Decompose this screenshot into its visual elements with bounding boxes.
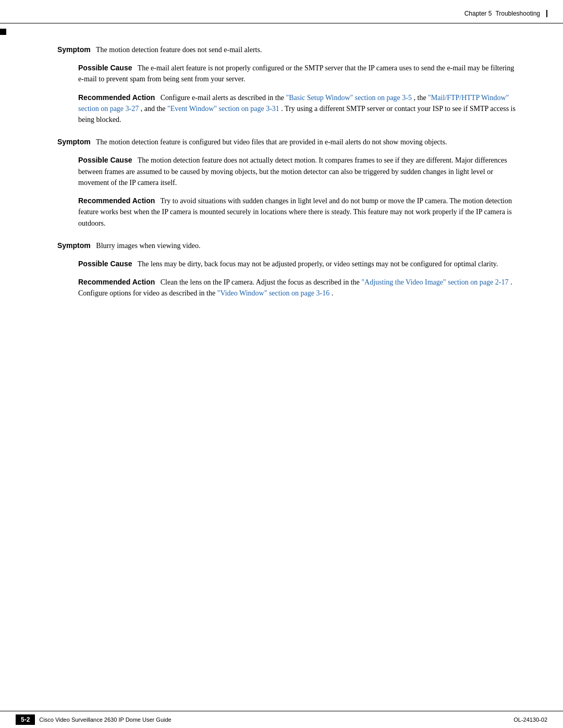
- symptom-block-3: Symptom Blurry images when viewing video…: [57, 240, 516, 299]
- possible-cause-label-1: Possible Cause: [78, 64, 132, 72]
- symptom-text-1: The motion detection feature does not se…: [92, 46, 262, 54]
- symptom-block-1: Symptom The motion detection feature doe…: [57, 44, 516, 125]
- recommended-action-block-3: Recommended Action Clean the lens on the…: [78, 277, 516, 299]
- page-header: Chapter 5 Troubleshooting: [0, 0, 563, 23]
- footer-doc-number: OL-24130-02: [513, 717, 547, 723]
- footer-left: 5-2 Cisco Video Surveillance 2630 IP Dom…: [16, 714, 172, 725]
- symptom-block-2: Symptom The motion detection feature is …: [57, 137, 516, 229]
- possible-cause-text-1: Possible Cause The e-mail alert feature …: [78, 63, 516, 85]
- recommended-action-between2: , and the: [141, 105, 167, 113]
- possible-cause-label-2: Possible Cause: [78, 156, 132, 164]
- symptom-line-1: Symptom The motion detection feature doe…: [57, 44, 516, 55]
- footer-page-number: 5-2: [16, 714, 35, 725]
- link-event-window[interactable]: "Event Window" section on page 3-31: [167, 105, 279, 113]
- possible-cause-block-3: Possible Cause The lens may be dirty, ba…: [78, 258, 516, 269]
- header-separator: [546, 10, 547, 17]
- recommended-action-before-link1: Configure e-mail alerts as described in …: [157, 94, 286, 102]
- symptom-text-2: The motion detection feature is configur…: [92, 138, 447, 146]
- symptom-label-1: Symptom: [57, 45, 91, 54]
- possible-cause-content-3: The lens may be dirty, back focus may no…: [134, 260, 498, 268]
- page-container: Chapter 5 Troubleshooting Symptom The mo…: [0, 0, 563, 728]
- recommended-action-after-links3: .: [332, 289, 334, 297]
- symptom-line-3: Symptom Blurry images when viewing video…: [57, 240, 516, 251]
- possible-cause-text-3: Possible Cause The lens may be dirty, ba…: [78, 258, 516, 269]
- symptom-label-2: Symptom: [57, 138, 91, 146]
- link-video-window[interactable]: "Video Window" section on page 3-16: [217, 289, 329, 297]
- link-adjusting-video[interactable]: "Adjusting the Video Image" section on p…: [361, 278, 508, 286]
- recommended-action-label-2: Recommended Action: [78, 196, 155, 205]
- page-footer: 5-2 Cisco Video Surveillance 2630 IP Dom…: [0, 711, 563, 728]
- possible-cause-text-2: Possible Cause The motion detection feat…: [78, 155, 516, 188]
- recommended-action-before-link3: Clean the lens on the IP camera. Adjust …: [157, 278, 362, 286]
- header-chapter: Chapter 5: [464, 10, 492, 17]
- possible-cause-label-3: Possible Cause: [78, 260, 132, 268]
- symptom-label-3: Symptom: [57, 241, 91, 250]
- possible-cause-content-1: The e-mail alert feature is not properly…: [78, 64, 514, 83]
- content-area: Symptom The motion detection feature doe…: [0, 23, 563, 331]
- possible-cause-content-2: The motion detection feature does not ac…: [78, 156, 507, 187]
- link-basic-setup[interactable]: "Basic Setup Window" section on page 3-5: [286, 94, 412, 102]
- footer-title: Cisco Video Surveillance 2630 IP Dome Us…: [39, 717, 171, 723]
- recommended-action-text-3: Recommended Action Clean the lens on the…: [78, 277, 516, 299]
- possible-cause-block-2: Possible Cause The motion detection feat…: [78, 155, 516, 188]
- recommended-action-text-2: Recommended Action Try to avoid situatio…: [78, 195, 516, 229]
- recommended-action-block-1: Recommended Action Configure e-mail aler…: [78, 92, 516, 126]
- possible-cause-block-1: Possible Cause The e-mail alert feature …: [78, 63, 516, 85]
- recommended-action-label-3: Recommended Action: [78, 278, 155, 286]
- recommended-action-between1: , the: [414, 94, 429, 102]
- symptom-text-3: Blurry images when viewing video.: [92, 242, 200, 250]
- recommended-action-label-1: Recommended Action: [78, 93, 155, 102]
- header-section: Troubleshooting: [495, 10, 540, 17]
- symptom-line-2: Symptom The motion detection feature is …: [57, 137, 516, 147]
- recommended-action-text-1: Recommended Action Configure e-mail aler…: [78, 92, 516, 126]
- recommended-action-block-2: Recommended Action Try to avoid situatio…: [78, 195, 516, 229]
- left-marker: [0, 29, 6, 35]
